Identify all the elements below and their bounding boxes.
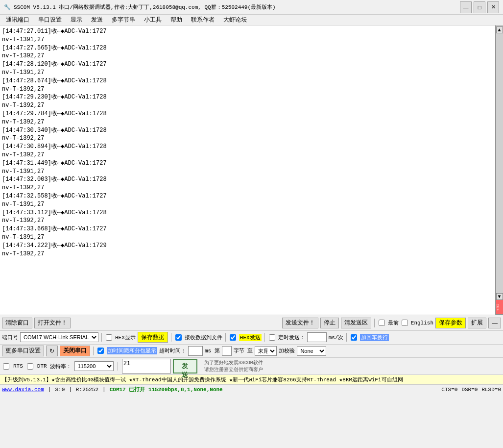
ms-label: ms/次 <box>329 334 344 341</box>
menu-send[interactable]: 发送 <box>87 15 107 25</box>
terminal-line: [14:47:32.003]收←◆ADC-Val:1728 <box>2 175 493 184</box>
terminal-line: nv-T-1392,27 <box>2 101 493 110</box>
menu-display[interactable]: 显示 <box>67 15 86 25</box>
app-title: SSCOM V5.13.1 串口/网络数据调试器,作者:大虾丁丁,2618058… <box>14 3 276 11</box>
timed-send-checkbox[interactable] <box>269 334 275 341</box>
timeout-input[interactable]: 20 <box>188 346 203 356</box>
close-button[interactable]: ✕ <box>487 1 499 13</box>
recv-to-file-label: 接收数据到文件 <box>185 334 222 341</box>
dsr-status: DSR=0 <box>461 387 478 393</box>
website-link[interactable]: www.daxia.com <box>2 387 44 393</box>
minus-button[interactable]: — <box>488 318 501 328</box>
terminal-line: [14:47:28.674]收←◆ADC-Val:1728 <box>2 77 493 85</box>
send-file-button[interactable]: 发送文件！ <box>282 318 318 328</box>
add-return-checkbox[interactable] <box>351 334 357 341</box>
checksum-label: 加校验 <box>279 347 295 354</box>
div2 <box>101 333 102 342</box>
timestamp-label: 加时间戳和分包显示 <box>107 347 157 354</box>
dtr-checkbox[interactable] <box>27 363 33 370</box>
terminal-line: [14:47:29.230]收←◆ADC-Val:1728 <box>2 93 493 101</box>
open-file-button[interactable]: 打开文件！ <box>34 318 71 328</box>
terminal-line: [14:47:31.449]收←◆ADC-Val:1727 <box>2 159 493 168</box>
terminal-line: nv-T-1392,27 <box>2 217 493 225</box>
timed-send-label: 定时发送： <box>278 334 305 341</box>
add-return-label: 加回车换行 <box>360 334 389 341</box>
titlebar-left: 🔧 SSCOM V5.13.1 串口/网络数据调试器,作者:大虾丁丁,26180… <box>4 3 276 11</box>
checksum-select[interactable]: None <box>297 346 326 356</box>
send-area: 发 送 <box>122 359 197 373</box>
port-label: 端口号 <box>2 334 18 341</box>
bottom-toolbar: 清除窗口 打开文件！ 发送文件！ 停止 清发送区 最前 English 保存参数… <box>0 315 503 330</box>
upgrade-text: 【升级到V5.13.1】★含由高性价比4G模块值得一试 ★RT-Thread中国… <box>2 376 403 383</box>
save-params-button[interactable]: 保存参数 <box>435 318 466 328</box>
english-label: English <box>411 320 433 326</box>
terminal-line: [14:47:34.222]收←◆ADC-Val:1729 <box>2 242 493 250</box>
close-port-button[interactable]: 关闭串口 <box>60 346 90 356</box>
maximize-button[interactable]: □ <box>474 1 485 13</box>
timeout-label: 超时时间： <box>159 347 186 354</box>
s-count: S:0 <box>55 387 65 393</box>
baud-select[interactable]: 115200 <box>74 361 114 371</box>
interval-input[interactable]: 100 <box>307 332 327 342</box>
dtr-label: DTR <box>37 363 47 369</box>
ms2-label: ms 第 <box>205 347 220 354</box>
rts-checkbox[interactable] <box>3 363 9 370</box>
scroll-down-btn[interactable]: ▼ <box>496 293 503 300</box>
menu-multibyte[interactable]: 多字节串 <box>108 15 139 25</box>
titlebar: 🔧 SSCOM V5.13.1 串口/网络数据调试器,作者:大虾丁丁,26180… <box>0 0 503 15</box>
menu-port-settings[interactable]: 串口设置 <box>34 15 66 25</box>
divider1 <box>374 319 375 327</box>
recv-to-file-checkbox[interactable] <box>175 334 182 341</box>
menu-comm-port[interactable]: 通讯端口 <box>2 15 33 25</box>
terminal-line: nv-T-1391,27 <box>2 69 493 77</box>
port-select[interactable]: COM17 WCH-Link SERIAL <box>20 332 98 342</box>
terminal-line: [14:47:28.120]收←◆ADC-Val:1727 <box>2 60 493 69</box>
terminal-line: nv-T-1392,27 <box>2 52 493 60</box>
settings-row-2: 更多串口设置 ↻ 关闭串口 加时间戳和分包显示 超时时间： 20 ms 第 1 … <box>0 345 503 358</box>
terminal-line: [14:47:30.340]收←◆ADC-Val:1728 <box>2 126 493 135</box>
menu-forum[interactable]: 大虾论坛 <box>219 15 251 25</box>
last-checkbox[interactable] <box>379 320 385 326</box>
cts-status: CTS=0 <box>441 387 457 393</box>
div3 <box>171 333 171 342</box>
send-input[interactable] <box>122 359 171 373</box>
scroll-track <box>496 33 503 293</box>
upgrade-infobar: 【升级到V5.13.1】★含由高性价比4G模块值得一试 ★RT-Thread中国… <box>0 374 503 384</box>
refresh-button[interactable]: ↻ <box>46 346 58 356</box>
scroll-up-btn[interactable]: ▲ <box>496 26 503 33</box>
terminal-line: nv-T-1391,27 <box>2 36 493 44</box>
terminal-line: nv-T-1392,27 <box>2 118 493 126</box>
terminal-line: nv-T-1392,27 <box>2 151 493 159</box>
hex-display-checkbox[interactable] <box>106 334 112 341</box>
menu-help[interactable]: 帮助 <box>167 15 186 25</box>
english-checkbox[interactable] <box>402 320 408 326</box>
div4 <box>225 333 226 342</box>
terminal-output[interactable]: [14:47:27.011]收←◆ADC-Val:1727nv-T-1391,2… <box>0 25 495 315</box>
byte-input[interactable]: 1 <box>222 346 232 356</box>
hex-send-checkbox[interactable] <box>230 334 236 341</box>
hex-send-label: HEX发送 <box>239 334 262 341</box>
terminal-line: [14:47:29.784]收←◆ADC-Val:1728 <box>2 110 493 118</box>
clear-window-button[interactable]: 清除窗口 <box>2 318 32 328</box>
baud-label: 波特率： <box>50 363 72 370</box>
rlsd-status: RLSD=0 <box>481 387 501 393</box>
r-count: R:25252 <box>76 387 98 393</box>
more-port-button[interactable]: 更多串口设置 <box>2 346 44 356</box>
minimize-button[interactable]: — <box>460 1 472 13</box>
save-data-button[interactable]: 保存数据 <box>138 332 168 343</box>
stop-button[interactable]: 停止 <box>320 318 339 328</box>
clear-send-button[interactable]: 清发送区 <box>341 318 371 328</box>
timestamp-checkbox[interactable] <box>97 348 104 354</box>
menu-tools[interactable]: 小工具 <box>140 15 166 25</box>
send-button[interactable]: 发 送 <box>173 359 197 373</box>
div6 <box>346 333 347 342</box>
settings-area: 端口号 COM17 WCH-Link SERIAL HEX显示 保存数据 接收数… <box>0 330 503 374</box>
indicator-1: tRI <box>496 300 503 315</box>
expand-button[interactable]: 扩展 <box>468 318 486 328</box>
last-label: 最前 <box>388 319 399 326</box>
menu-contact[interactable]: 联系作者 <box>187 15 218 25</box>
tail-select[interactable]: 末尾 <box>255 346 277 356</box>
terminal-line: nv-T-1391,27 <box>2 233 493 242</box>
terminal-line: [14:47:32.558]收←◆ADC-Val:1727 <box>2 192 493 200</box>
terminal-line: nv-T-1392,27 <box>2 85 493 94</box>
